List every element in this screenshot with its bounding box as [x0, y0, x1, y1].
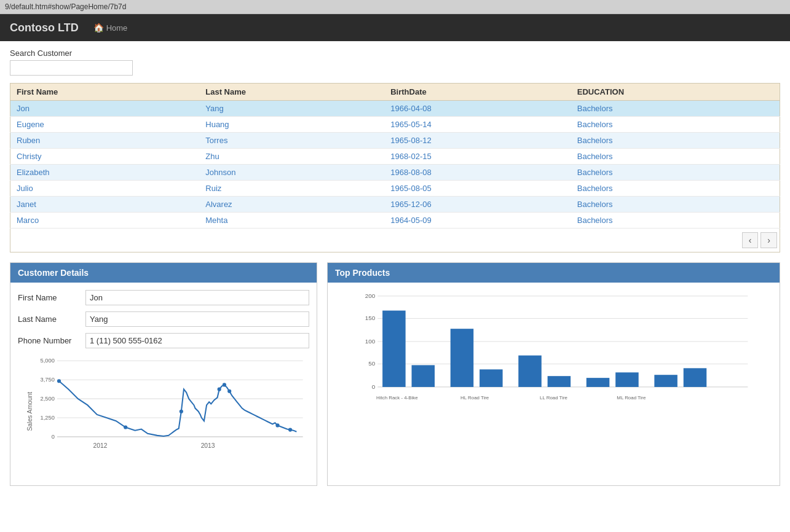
table-header-row: First Name Last Name BirthDate EDUCATION [10, 84, 780, 101]
next-page-button[interactable]: › [760, 232, 777, 248]
svg-rect-38 [587, 378, 610, 387]
first-name-row: First Name [18, 290, 309, 305]
svg-text:ML Road Tire: ML Road Tire [617, 395, 646, 401]
svg-text:0: 0 [52, 434, 55, 440]
svg-point-19 [227, 389, 231, 393]
phone-input[interactable] [85, 333, 309, 348]
home-label: Home [106, 23, 128, 33]
phone-label: Phone Number [18, 336, 85, 345]
svg-point-14 [57, 379, 61, 383]
bar-chart-container: 200 150 100 50 0 [328, 283, 780, 485]
bottom-panels: Customer Details First Name Last Name Ph… [10, 262, 780, 486]
svg-rect-39 [615, 372, 639, 387]
main-content: Search Customer First Name Last Name Bir… [0, 41, 790, 532]
svg-point-18 [223, 383, 226, 386]
customer-details-panel: Customer Details First Name Last Name Ph… [10, 262, 317, 486]
svg-rect-41 [684, 368, 707, 387]
svg-text:Hitch Rack - 4-Bike: Hitch Rack - 4-Bike [376, 395, 418, 401]
top-products-panel: Top Products 200 150 100 50 0 [327, 262, 780, 486]
svg-text:3,750: 3,750 [41, 377, 55, 383]
svg-text:150: 150 [365, 315, 376, 321]
svg-rect-40 [654, 375, 677, 387]
svg-text:0: 0 [372, 383, 376, 390]
svg-text:50: 50 [368, 360, 375, 367]
sales-chart: Sales Amount 5,000 3,750 2,500 1,250 0 [18, 354, 309, 459]
svg-text:Sales Amount: Sales Amount [26, 392, 33, 431]
phone-row: Phone Number [18, 333, 309, 348]
table-row[interactable]: ChristyZhu1968-02-15Bachelors [10, 149, 780, 165]
svg-text:HL Road Tire: HL Road Tire [460, 395, 489, 401]
search-label: Search Customer [10, 49, 780, 58]
customer-details-body: First Name Last Name Phone Number Sales … [10, 283, 317, 466]
last-name-label: Last Name [18, 315, 85, 324]
brand-title: Contoso LTD [10, 22, 79, 34]
svg-rect-36 [518, 356, 542, 387]
svg-text:2012: 2012 [93, 442, 108, 449]
table-row[interactable]: MarcoMehta1964-05-09Bachelors [10, 213, 780, 229]
col-last-name: Last Name [199, 84, 384, 101]
first-name-input[interactable] [85, 290, 309, 305]
url-text: 9/default.htm#show/PageHome/7b7d [5, 2, 126, 11]
svg-text:5,000: 5,000 [41, 358, 55, 364]
pagination-row: ‹ › [10, 229, 780, 252]
first-name-label: First Name [18, 293, 85, 302]
customer-table: First Name Last Name BirthDate EDUCATION… [10, 83, 780, 229]
table-row[interactable]: JonYang1966-04-08Bachelors [10, 101, 780, 117]
svg-text:2013: 2013 [201, 442, 215, 449]
table-row[interactable]: JanetAlvarez1965-12-06Bachelors [10, 197, 780, 213]
svg-text:LL Road Tire: LL Road Tire [540, 395, 567, 401]
svg-text:1,250: 1,250 [41, 415, 55, 421]
table-row[interactable]: JulioRuiz1965-08-05Bachelors [10, 181, 780, 197]
browser-bar: 9/default.htm#show/PageHome/7b7d [0, 0, 790, 14]
svg-rect-35 [480, 369, 503, 387]
search-input[interactable] [10, 60, 133, 76]
top-products-header: Top Products [328, 263, 780, 283]
home-nav[interactable]: 🏠 Home [93, 23, 128, 33]
table-row[interactable]: EugeneHuang1965-05-14Bachelors [10, 117, 780, 133]
svg-rect-32 [382, 311, 406, 387]
col-birthdate: BirthDate [384, 84, 571, 101]
svg-text:2,500: 2,500 [41, 396, 55, 402]
last-name-row: Last Name [18, 311, 309, 327]
home-icon: 🏠 [93, 23, 104, 33]
navbar: Contoso LTD 🏠 Home [0, 14, 790, 41]
table-row[interactable]: RubenTorres1965-08-12Bachelors [10, 133, 780, 149]
col-education: EDUCATION [571, 84, 780, 101]
prev-page-button[interactable]: ‹ [742, 232, 759, 248]
svg-point-16 [180, 410, 183, 413]
svg-rect-37 [548, 376, 571, 387]
svg-text:200: 200 [365, 292, 376, 299]
last-name-input[interactable] [85, 311, 309, 327]
svg-text:100: 100 [365, 338, 376, 345]
sales-chart-container: Sales Amount 5,000 3,750 2,500 1,250 0 [18, 354, 309, 459]
table-row[interactable]: ElizabethJohnson1968-08-08Bachelors [10, 165, 780, 181]
svg-point-21 [288, 428, 292, 432]
svg-rect-33 [412, 365, 435, 387]
svg-rect-34 [451, 329, 474, 387]
col-first-name: First Name [10, 84, 200, 101]
svg-point-17 [218, 388, 221, 391]
svg-point-15 [124, 425, 127, 429]
svg-point-20 [275, 423, 279, 427]
bar-chart: 200 150 100 50 0 [335, 290, 772, 478]
customer-details-header: Customer Details [10, 263, 317, 283]
